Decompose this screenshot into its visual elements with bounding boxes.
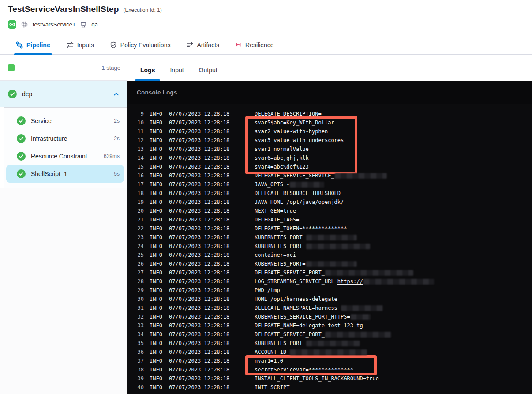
log-line-number: 12 <box>132 137 144 143</box>
log-line-number: 30 <box>132 296 144 302</box>
log-line-number: 38 <box>132 367 144 373</box>
log-message-text: DELEGATE_SERVICE_SERVICE_ <box>255 173 334 179</box>
resilience-icon <box>235 41 242 48</box>
log-message-text: KUBERNETES_PORT_ <box>255 340 306 346</box>
stage-count: 1 stage <box>101 64 120 71</box>
log-level: INFO <box>150 287 164 293</box>
log-timestamp: 07/07/2023 12:28:18 <box>169 384 231 390</box>
tab-output[interactable]: Output <box>198 67 219 81</box>
log-row: 10 INFO 07/07/2023 12:28:18 svar5$abc=Ke… <box>127 118 532 127</box>
log-level: INFO <box>150 331 164 338</box>
step-infrastructure[interactable]: Infrastructure 2s <box>6 130 124 147</box>
log-line-number: 9 <box>132 111 144 117</box>
stage-group-dep[interactable]: dep <box>0 81 127 107</box>
log-level: INFO <box>150 375 164 382</box>
log-message-text: KUBERNETES_PORT_ <box>255 243 306 249</box>
log-level: INFO <box>150 252 164 258</box>
log-timestamp: 07/07/2023 12:28:18 <box>169 155 231 161</box>
log-timestamp: 07/07/2023 12:28:18 <box>169 349 231 355</box>
breadcrumb: testVarsService1 qa <box>8 20 524 29</box>
log-message-text: DELEGATE_RESOURCE_THRESHOLD= <box>255 190 344 196</box>
log-message-text: DELEGATE_TOKEN=************** <box>255 225 347 232</box>
log-message-text: nvar1=1.0 <box>255 358 283 364</box>
log-url-link[interactable]: https:// <box>337 278 363 285</box>
log-line-number: 34 <box>132 331 144 338</box>
step-duration: 2s <box>114 135 120 142</box>
log-row: 15 INFO 07/07/2023 12:28:18 svar4=abc%de… <box>127 162 532 171</box>
log-row: 31 INFO 07/07/2023 12:28:18 DELEGATE_NAM… <box>127 304 532 312</box>
log-row: 9 INFO 07/07/2023 12:28:18 DELEGATE_DESC… <box>127 109 532 118</box>
console-logs-header[interactable]: Console Logs <box>127 81 532 104</box>
log-timestamp: 07/07/2023 12:28:18 <box>169 331 231 338</box>
environment-name[interactable]: qa <box>91 21 97 28</box>
policy-shield-icon <box>110 41 117 49</box>
log-timestamp: 07/07/2023 12:28:18 <box>169 190 231 196</box>
log-message: DELEGATE_TOKEN=************** <box>255 225 347 232</box>
redacted-value <box>335 173 387 179</box>
tab-artifacts[interactable]: Artifacts <box>186 35 219 54</box>
success-check-icon <box>8 90 17 98</box>
service-name[interactable]: testVarsService1 <box>33 21 75 28</box>
log-timestamp: 07/07/2023 12:28:18 <box>169 128 231 135</box>
log-message-text: svar4=abc%def%123 <box>255 164 309 170</box>
log-message: KUBERNETES_PORT_ <box>255 340 360 346</box>
tab-inputs[interactable]: Inputs <box>66 35 94 54</box>
tab-logs[interactable]: Logs <box>139 67 156 81</box>
log-level: INFO <box>150 146 164 152</box>
log-row: 14 INFO 07/07/2023 12:28:18 svar6=abc,gh… <box>127 154 532 162</box>
log-level: INFO <box>150 296 164 302</box>
redacted-value <box>351 314 371 320</box>
step-service[interactable]: Service 2s <box>6 112 124 130</box>
tab-pipeline-label: Pipeline <box>26 41 50 49</box>
console-log-list[interactable]: 9 INFO 07/07/2023 12:28:18 DELEGATE_DESC… <box>127 104 532 394</box>
tab-resilience[interactable]: Resilience <box>235 35 274 54</box>
deployment-success-icon <box>8 20 16 29</box>
inputs-icon <box>66 41 74 49</box>
console-logs-title: Console Logs <box>137 89 177 96</box>
log-line-number: 24 <box>132 243 144 249</box>
log-timestamp: 07/07/2023 12:28:18 <box>169 243 231 249</box>
log-row: 20 INFO 07/07/2023 12:28:18 NEXT_GEN=tru… <box>127 206 532 215</box>
log-message-text: container=oci <box>255 252 296 258</box>
step-label: Resource Constraint <box>31 153 98 160</box>
log-line-number: 13 <box>132 146 144 152</box>
log-timestamp: 07/07/2023 12:28:18 <box>169 305 231 311</box>
log-message: LOG_STREAMING_SERVICE_URL=https:// <box>255 278 434 285</box>
page-title: TestServiceVarsInShellStep <box>8 4 119 14</box>
log-level: INFO <box>150 261 164 267</box>
tab-input[interactable]: Input <box>169 67 185 81</box>
log-row: 39 INFO 07/07/2023 12:28:18 INSTALL_CLIE… <box>127 374 532 383</box>
log-row: 35 INFO 07/07/2023 12:28:18 KUBERNETES_P… <box>127 339 532 348</box>
log-line-number: 29 <box>132 287 144 293</box>
tab-pipeline[interactable]: Pipeline <box>16 35 50 54</box>
log-timestamp: 07/07/2023 12:28:18 <box>169 111 231 117</box>
log-message: KUBERNETES_SERVICE_PORT_HTTPS= <box>255 314 371 320</box>
log-row: 36 INFO 07/07/2023 12:28:18 ACCOUNT_ID= <box>127 348 532 356</box>
chevron-up-icon[interactable] <box>113 91 120 98</box>
log-level: INFO <box>150 314 164 320</box>
log-message: KUBERNETES_PORT_ <box>255 243 370 249</box>
stage-status-square[interactable] <box>8 64 15 71</box>
log-level: INFO <box>150 305 164 311</box>
redacted-value <box>306 235 357 240</box>
tab-policy-evaluations[interactable]: Policy Evaluations <box>110 35 171 54</box>
log-message-text: svar6=abc,ghj,klk <box>255 155 309 161</box>
log-line-number: 37 <box>132 358 144 364</box>
log-message: svar5$abc=Key_WIth_Dollar <box>255 120 334 126</box>
step-duration: 639ms <box>104 153 120 159</box>
log-timestamp: 07/07/2023 12:28:18 <box>169 358 231 364</box>
step-resource-constraint[interactable]: Resource Constraint 639ms <box>6 147 124 165</box>
log-level: INFO <box>150 217 164 223</box>
step-shellscript-1[interactable]: ShellScript_1 5s <box>6 165 124 183</box>
log-row: 29 INFO 07/07/2023 12:28:18 PWD=/tmp <box>127 286 532 295</box>
log-row: 21 INFO 07/07/2023 12:28:18 DELEGATE_TAG… <box>127 215 532 224</box>
log-message: DELEGATE_NAME=delegate-test-123-tg <box>255 323 363 329</box>
log-message-text: svar3=value_with_underscores <box>255 137 344 143</box>
tab-artifacts-label: Artifacts <box>197 41 219 49</box>
log-line-number: 25 <box>132 252 144 258</box>
log-timestamp: 07/07/2023 12:28:18 <box>169 217 231 223</box>
log-row: 38 INFO 07/07/2023 12:28:18 secretServic… <box>127 365 532 374</box>
redacted-value <box>290 182 324 188</box>
log-message: DELEGATE_SERVICE_PORT_ <box>255 270 413 276</box>
log-line-number: 18 <box>132 190 144 196</box>
